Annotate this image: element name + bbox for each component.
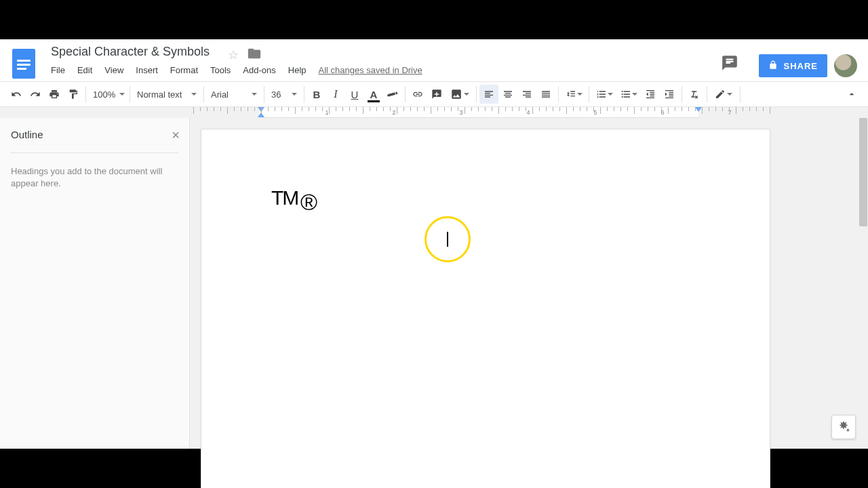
- align-center-button[interactable]: [498, 85, 517, 104]
- toolbar: 100% Normal text Arial 36 B I U A: [0, 81, 868, 107]
- page-text-tm: TM: [271, 186, 298, 209]
- clear-formatting-button[interactable]: [685, 85, 704, 104]
- title-bar: Special Character & Symbols ☆ File Edit …: [0, 39, 868, 81]
- text-cursor-icon: [447, 232, 448, 247]
- account-avatar[interactable]: [834, 54, 857, 77]
- undo-button[interactable]: [7, 85, 26, 104]
- font-dropdown[interactable]: Arial: [207, 85, 261, 103]
- outline-hint: Headings you add to the document will ap…: [11, 165, 174, 190]
- share-button[interactable]: SHARE: [759, 54, 827, 77]
- menu-edit[interactable]: Edit: [77, 65, 92, 75]
- insert-comment-button[interactable]: [427, 85, 446, 104]
- page-text-registered: ®: [300, 189, 317, 216]
- align-left-button[interactable]: [479, 85, 498, 104]
- docs-logo-icon[interactable]: [12, 49, 35, 79]
- comments-icon[interactable]: [720, 54, 739, 72]
- save-status[interactable]: All changes saved in Drive: [319, 65, 422, 75]
- font-size-dropdown[interactable]: 36: [267, 85, 301, 103]
- document-title[interactable]: Special Character & Symbols: [51, 45, 210, 59]
- menu-format[interactable]: Format: [170, 65, 198, 75]
- app-frame: Special Character & Symbols ☆ File Edit …: [0, 39, 868, 449]
- horizontal-ruler[interactable]: 1234567: [193, 107, 773, 118]
- star-icon[interactable]: ☆: [228, 47, 239, 62]
- align-justify-button[interactable]: [536, 85, 555, 104]
- print-button[interactable]: [45, 85, 64, 104]
- lock-icon: [768, 60, 778, 72]
- explore-button[interactable]: [831, 415, 856, 439]
- text-color-button[interactable]: A: [364, 85, 383, 104]
- paragraph-style-dropdown[interactable]: Normal text: [133, 85, 201, 103]
- workspace: Outline × Headings you add to the docume…: [0, 118, 868, 449]
- menu-bar: File Edit View Insert Format Tools Add-o…: [51, 65, 422, 75]
- italic-button[interactable]: I: [326, 85, 345, 104]
- highlight-color-button[interactable]: [383, 85, 402, 104]
- collapse-toolbar-button[interactable]: [842, 85, 861, 104]
- insert-image-button[interactable]: [446, 85, 473, 104]
- menu-addons[interactable]: Add-ons: [243, 65, 275, 75]
- outline-panel: Outline × Headings you add to the docume…: [0, 118, 190, 449]
- outline-title: Outline: [11, 129, 178, 140]
- bulleted-list-button[interactable]: [616, 85, 641, 104]
- share-button-label: SHARE: [783, 61, 818, 71]
- decrease-indent-button[interactable]: [641, 85, 660, 104]
- document-page[interactable]: TM ®: [201, 129, 770, 488]
- move-to-folder-icon[interactable]: [247, 46, 262, 58]
- menu-help[interactable]: Help: [288, 65, 307, 75]
- underline-button[interactable]: U: [345, 85, 364, 104]
- vertical-scrollbar[interactable]: [859, 118, 868, 449]
- zoom-dropdown[interactable]: 100%: [89, 85, 127, 103]
- outline-close-button[interactable]: ×: [172, 127, 180, 143]
- cursor-highlight-icon: [425, 216, 471, 262]
- editing-mode-button[interactable]: [710, 85, 737, 104]
- paint-format-button[interactable]: [64, 85, 83, 104]
- menu-tools[interactable]: Tools: [210, 65, 231, 75]
- scrollbar-thumb[interactable]: [859, 118, 867, 226]
- increase-indent-button[interactable]: [660, 85, 679, 104]
- line-spacing-button[interactable]: [561, 85, 586, 104]
- menu-insert[interactable]: Insert: [136, 65, 158, 75]
- insert-link-button[interactable]: [408, 85, 427, 104]
- align-right-button[interactable]: [517, 85, 536, 104]
- bold-button[interactable]: B: [307, 85, 326, 104]
- redo-button[interactable]: [26, 85, 45, 104]
- menu-file[interactable]: File: [51, 65, 65, 75]
- menu-view[interactable]: View: [104, 65, 123, 75]
- numbered-list-button[interactable]: [592, 85, 616, 104]
